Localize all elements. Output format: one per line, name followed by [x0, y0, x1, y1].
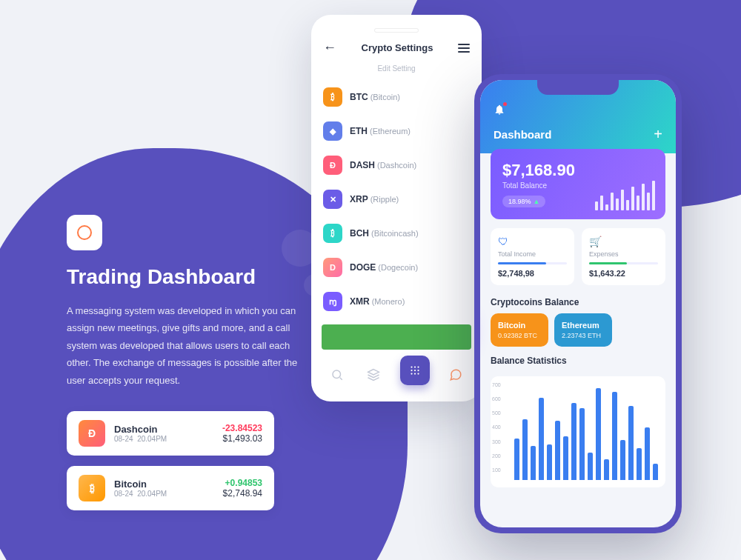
svg-point-6	[414, 370, 416, 371]
coin-row[interactable]: ɱ XMR (Monero)	[311, 284, 482, 319]
ticker-name: Dashcoin	[114, 424, 222, 435]
marketing-panel: Trading Dashboard A messaging system was…	[67, 215, 304, 521]
coin-row[interactable]: Đ DASH (Dashcoin)	[311, 148, 482, 182]
ticker-value: $2,748.94	[223, 488, 262, 499]
chart-bar	[604, 459, 609, 480]
coin-symbol: BTC	[350, 92, 368, 102]
chart-bar	[588, 453, 593, 480]
notch	[374, 28, 419, 33]
nav-search-icon[interactable]	[327, 364, 348, 385]
balance-bar-chart: 700600500400300200100	[491, 376, 665, 487]
page-title: Trading Dashboard	[67, 265, 304, 289]
chat-icon	[67, 215, 102, 250]
ticker-change: +0.94853	[223, 478, 262, 488]
coins-section-title: Cryptocoins Balance	[480, 294, 676, 313]
coin-fullname: (Ethereum)	[370, 127, 411, 136]
coin-fullname: (Monero)	[372, 297, 405, 306]
add-button[interactable]: +	[654, 126, 662, 143]
chart-bar	[653, 464, 658, 480]
chart-bar	[620, 440, 625, 480]
chart-bar	[645, 427, 650, 480]
expenses-label: Expenses	[589, 250, 658, 258]
bell-icon[interactable]	[494, 104, 505, 119]
page-description: A messaging system was developed in whic…	[67, 302, 304, 389]
ticker-card[interactable]: ₿ Bitcoin 08-24 20.04PM +0.94853 $2,748.…	[67, 466, 274, 510]
stats-section-title: Balance Statistics	[480, 353, 676, 372]
cart-icon: 🛒	[589, 236, 658, 247]
coin-icon: D	[323, 258, 342, 277]
expenses-value: $1,643.22	[589, 269, 658, 278]
chart-bar	[563, 436, 568, 480]
coin-fullname: (Dashcoin)	[377, 161, 416, 170]
coin-row[interactable]: ₿ BTC (Bitcoin)	[311, 80, 482, 114]
coin-symbol: XMR	[350, 296, 370, 307]
chart-bar	[522, 419, 528, 480]
coin-tile-bitcoin[interactable]: Bitcoin 0.92382 BTC	[491, 313, 548, 347]
coin-tiles: ✕ Ripple 8349,3 XRP Bitcoin 0.92382 BTC …	[480, 313, 676, 347]
settings-subtitle: Edit Setting	[311, 64, 482, 80]
menu-button[interactable]	[458, 44, 470, 53]
ticker-datetime: 08-24 20.04PM	[114, 435, 222, 443]
coin-symbol: BCH	[350, 228, 369, 239]
confirm-button[interactable]	[322, 324, 471, 350]
coin-row[interactable]: D DOGE (Dogecoin)	[311, 250, 482, 284]
nav-layers-icon[interactable]	[363, 364, 384, 385]
svg-point-4	[417, 366, 419, 367]
chart-bar	[596, 388, 601, 480]
svg-point-10	[417, 373, 419, 374]
coin-icon: ✕	[323, 190, 342, 209]
svg-point-7	[417, 370, 419, 371]
svg-point-3	[414, 366, 416, 367]
coin-fullname: (Bitcoin)	[370, 93, 400, 101]
coin-symbol: ETH	[350, 126, 368, 136]
svg-point-1	[333, 370, 341, 379]
chart-bar	[531, 446, 536, 480]
ticker-change: -23.84523	[222, 423, 262, 433]
income-card[interactable]: 🛡 Total Income $2,748,98	[491, 228, 574, 285]
coin-row[interactable]: ✕ XRP (Ripple)	[311, 182, 482, 216]
coin-tile-ethereum[interactable]: Ethereum 2.23743 ETH	[554, 313, 612, 347]
coin-symbol: XRP	[350, 194, 368, 204]
balance-change-badge: 18.98%▲	[502, 196, 545, 207]
ticker-card[interactable]: Đ Dashcoin 08-24 20.04PM -23.84523 $1,49…	[67, 411, 274, 456]
coin-icon: ₿	[79, 475, 105, 501]
balance-card[interactable]: $7,168.90 Total Balance 18.98%▲	[491, 149, 665, 219]
chart-bar	[555, 421, 560, 480]
chart-bar	[571, 403, 576, 480]
chart-bar	[539, 398, 544, 480]
expenses-card[interactable]: 🛒 Expenses $1,643.22	[582, 228, 665, 285]
coin-symbol: DOGE	[350, 262, 376, 273]
notch	[537, 80, 619, 95]
coin-symbol: DASH	[350, 160, 375, 170]
phone-settings-mock: ← Crypto Settings Edit Setting ₿ BTC (Bi…	[311, 15, 482, 401]
coin-fullname: (Dogecoin)	[378, 263, 418, 272]
chart-bar	[637, 448, 642, 480]
dashboard-title: Dashboard	[494, 128, 551, 141]
coin-icon: Đ	[323, 156, 342, 175]
back-button[interactable]: ←	[323, 40, 336, 56]
chart-bar	[547, 444, 552, 480]
ticker-value: $1,493.03	[222, 433, 262, 444]
coin-icon: ɱ	[323, 292, 342, 311]
settings-title: Crypto Settings	[362, 42, 433, 53]
coin-icon: Đ	[79, 420, 105, 447]
coin-row[interactable]: ◆ ETH (Ethereum)	[311, 114, 482, 148]
income-value: $2,748,98	[498, 269, 567, 278]
chart-bar	[579, 408, 585, 480]
coin-icon: ₿	[323, 224, 342, 243]
chart-bar	[628, 406, 634, 480]
ticker-name: Bitcoin	[114, 479, 223, 490]
chart-bar	[514, 439, 519, 480]
nav-chat-icon[interactable]	[445, 364, 466, 385]
nav-grid-icon[interactable]	[400, 356, 430, 385]
svg-point-8	[411, 373, 412, 374]
chart-bar	[612, 392, 617, 480]
balance-amount: $7,168.90	[502, 161, 654, 180]
svg-point-5	[411, 370, 412, 371]
coin-fullname: (Bitcoincash)	[371, 229, 419, 238]
phone-dashboard-mock: Dashboard + $7,168.90 Total Balance 18.9…	[474, 74, 682, 533]
bottom-nav	[311, 350, 482, 391]
coin-row[interactable]: ₿ BCH (Bitcoincash)	[311, 216, 482, 250]
coin-fullname: (Ripple)	[370, 195, 399, 204]
coin-icon: ₿	[323, 87, 342, 107]
